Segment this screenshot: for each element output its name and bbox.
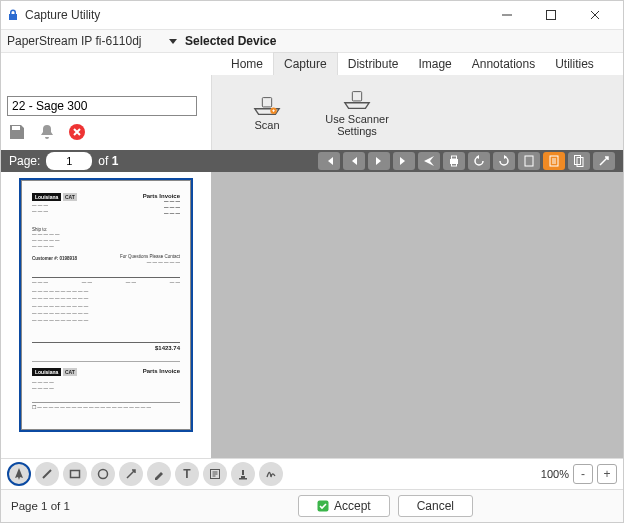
page-toolbar [318, 152, 615, 170]
selected-device-label: Selected Device [185, 34, 276, 48]
document-name-input[interactable] [7, 96, 197, 116]
page-nav-bar: Page: of 1 [1, 150, 623, 172]
arrow-tool[interactable] [119, 462, 143, 486]
page-thumbnail[interactable]: Louisiana CAT — — —— — — Parts Invoice —… [21, 180, 191, 430]
svg-rect-16 [239, 478, 247, 480]
page-number-input[interactable] [46, 152, 92, 170]
svg-rect-5 [352, 91, 361, 100]
thumbnail-pane: Louisiana CAT — — —— — — Parts Invoice —… [1, 172, 211, 458]
page-label: Page: [9, 154, 40, 168]
use-scanner-settings-button[interactable]: Use Scanner Settings [322, 89, 392, 137]
next-page-button[interactable] [368, 152, 390, 170]
page-total: 1 [112, 154, 119, 168]
prev-page-button[interactable] [343, 152, 365, 170]
zoom-in-button[interactable]: + [597, 464, 617, 484]
rotate-left-button[interactable] [468, 152, 490, 170]
status-bar: Page 1 of 1 Accept Cancel [1, 489, 623, 522]
print-button[interactable] [443, 152, 465, 170]
thumb-brand2: CAT [63, 368, 77, 376]
maximize-button[interactable] [529, 1, 573, 29]
titlebar: Capture Utility [1, 1, 623, 29]
svg-rect-9 [525, 156, 533, 166]
last-page-button[interactable] [393, 152, 415, 170]
pointer-tool[interactable] [7, 462, 31, 486]
thumb-customer: Customer #: 0198918 [32, 256, 180, 262]
zoom-controls: 100% - + [541, 464, 617, 484]
scanner-icon [253, 95, 281, 117]
ribbon: Scan Use Scanner Settings [1, 75, 623, 150]
signature-tool[interactable] [259, 462, 283, 486]
cancel-label: Cancel [417, 499, 454, 513]
tab-distribute[interactable]: Distribute [338, 53, 409, 75]
thumb-title: Parts Invoice [143, 193, 180, 199]
left-panel [1, 75, 211, 150]
status-page-info: Page 1 of 1 [11, 500, 70, 512]
tab-strip: Home Capture Distribute Image Annotation… [1, 53, 623, 75]
preview-area[interactable] [211, 172, 623, 458]
svg-rect-3 [262, 97, 271, 106]
device-bar: PaperStream IP fi-6110dj Selected Device [1, 29, 623, 53]
window-title: Capture Utility [25, 8, 100, 22]
svg-rect-1 [547, 11, 556, 20]
bell-icon[interactable] [37, 122, 57, 142]
stamp-tool[interactable] [231, 462, 255, 486]
page-of: of [98, 154, 108, 168]
page-button-b[interactable] [568, 152, 590, 170]
window-controls [485, 1, 617, 29]
delete-icon[interactable] [67, 122, 87, 142]
svg-rect-0 [502, 15, 512, 16]
scan-button[interactable]: Scan [232, 95, 302, 131]
minimize-button[interactable] [485, 1, 529, 29]
ellipse-tool[interactable] [91, 462, 115, 486]
zoom-value: 100% [541, 468, 569, 480]
tab-home[interactable]: Home [221, 53, 273, 75]
svg-rect-8 [452, 163, 457, 166]
use-scanner-settings-label-l1: Use Scanner [325, 113, 389, 125]
app-window: Capture Utility PaperStream IP fi-6110dj… [0, 0, 624, 523]
accept-label: Accept [334, 499, 371, 513]
save-icon[interactable] [7, 122, 27, 142]
note-tool[interactable] [203, 462, 227, 486]
send-button[interactable] [418, 152, 440, 170]
page-button-active[interactable] [543, 152, 565, 170]
page-button-a[interactable] [518, 152, 540, 170]
thumb-logo: Louisiana [32, 193, 61, 201]
thumb-title2: Parts Invoice [143, 368, 180, 374]
annotation-toolbar: T 100% - + [1, 458, 623, 489]
accept-button[interactable]: Accept [298, 495, 390, 517]
line-tool[interactable] [35, 462, 59, 486]
svg-point-14 [99, 470, 108, 479]
close-button[interactable] [573, 1, 617, 29]
cancel-button[interactable]: Cancel [398, 495, 473, 517]
highlighter-tool[interactable] [147, 462, 171, 486]
thumb-brand: CAT [63, 193, 77, 201]
rectangle-tool[interactable] [63, 462, 87, 486]
tab-utilities[interactable]: Utilities [545, 53, 604, 75]
svg-rect-13 [71, 471, 80, 478]
text-tool[interactable]: T [175, 462, 199, 486]
tab-image[interactable]: Image [408, 53, 461, 75]
scan-label: Scan [254, 119, 279, 131]
svg-rect-7 [452, 156, 457, 159]
rotate-right-button[interactable] [493, 152, 515, 170]
zoom-out-button[interactable]: - [573, 464, 593, 484]
tab-capture[interactable]: Capture [273, 52, 338, 75]
thumb-total: $1423.74 [32, 342, 180, 351]
chevron-down-icon [169, 34, 177, 48]
scanner-settings-icon [343, 89, 371, 111]
expand-button[interactable] [593, 152, 615, 170]
use-scanner-settings-label-l2: Settings [337, 125, 377, 137]
ribbon-capture: Scan Use Scanner Settings [211, 75, 623, 150]
thumb-logo2: Louisiana [32, 368, 61, 376]
tab-annotations[interactable]: Annotations [462, 53, 545, 75]
device-dropdown[interactable]: PaperStream IP fi-6110dj [7, 34, 167, 48]
check-icon [317, 500, 329, 512]
workspace: Louisiana CAT — — —— — — Parts Invoice —… [1, 172, 623, 458]
first-page-button[interactable] [318, 152, 340, 170]
lock-icon [7, 9, 19, 21]
